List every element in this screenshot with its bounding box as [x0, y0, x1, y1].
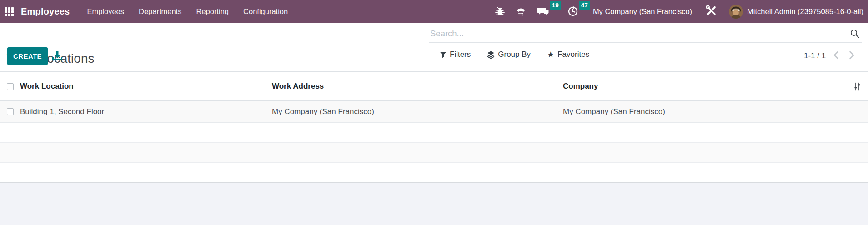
cell-work-address[interactable]: My Company (San Francisco)	[272, 107, 563, 116]
empty-row	[0, 163, 868, 183]
work-locations-list: Work Location Work Address Company Build…	[0, 72, 868, 183]
menu-employees[interactable]: Employees	[80, 0, 131, 23]
empty-row	[0, 143, 868, 163]
search-options: Filters Group By ★ Favorites	[440, 50, 589, 59]
create-button[interactable]: CREATE	[7, 47, 48, 65]
menu-departments[interactable]: Departments	[131, 0, 189, 23]
header-work-address[interactable]: Work Address	[272, 82, 563, 91]
navbar-left: Employees Employees Departments Reportin…	[0, 0, 295, 23]
menu-configuration[interactable]: Configuration	[236, 0, 295, 23]
cell-work-location[interactable]: Building 1, Second Floor	[20, 107, 272, 116]
table-row[interactable]: Building 1, Second Floor My Company (San…	[0, 101, 868, 123]
messages-badge: 19	[550, 1, 561, 10]
messages-icon[interactable]: 19	[532, 6, 555, 17]
systray: 19 47 My Company (San Francisco)	[490, 5, 868, 19]
group-by-button[interactable]: Group By	[487, 50, 531, 59]
empty-row	[0, 123, 868, 143]
top-navbar: Employees Employees Departments Reportin…	[0, 0, 868, 23]
app-name[interactable]: Employees	[21, 6, 70, 17]
user-menu[interactable]: Mitchell Admin (23975085-16-0-all)	[723, 5, 865, 19]
control-panel: Work Locations CREATE Filters	[0, 23, 868, 72]
favorites-star-icon: ★	[547, 50, 554, 59]
activities-badge: 47	[579, 1, 590, 10]
pager-value: 1-1 / 1	[804, 51, 826, 60]
header-work-location[interactable]: Work Location	[20, 82, 272, 91]
select-all-checkbox[interactable]	[7, 83, 14, 90]
chevron-right-icon[interactable]	[846, 50, 858, 62]
download-icon[interactable]	[51, 50, 64, 63]
search-bar	[429, 25, 862, 43]
list-header-row: Work Location Work Address Company	[0, 72, 868, 101]
apps-grid-icon[interactable]	[5, 7, 14, 16]
company-switcher[interactable]: My Company (San Francisco)	[584, 7, 699, 16]
filter-icon	[440, 51, 447, 58]
column-options-icon[interactable]	[853, 82, 868, 91]
page-background	[0, 183, 868, 225]
favorites-label: Favorites	[557, 50, 589, 59]
row-checkbox[interactable]	[7, 108, 14, 115]
avatar	[729, 5, 743, 19]
header-company[interactable]: Company	[563, 82, 843, 91]
filters-button[interactable]: Filters	[440, 50, 471, 59]
user-name: Mitchell Admin (23975085-16-0-all)	[747, 7, 865, 16]
menu-reporting[interactable]: Reporting	[189, 0, 236, 23]
group-by-label: Group By	[498, 50, 531, 59]
search-input[interactable]	[429, 25, 862, 42]
chevron-left-icon[interactable]	[830, 50, 842, 62]
filters-label: Filters	[450, 50, 471, 59]
search-icon[interactable]	[850, 29, 860, 40]
pager: 1-1 / 1	[804, 50, 858, 62]
voip-phone-icon[interactable]	[510, 6, 532, 17]
activities-icon[interactable]: 47	[562, 6, 584, 17]
tools-icon[interactable]	[699, 5, 723, 18]
cell-company[interactable]: My Company (San Francisco)	[563, 107, 843, 116]
bug-icon[interactable]	[490, 6, 510, 16]
favorites-button[interactable]: ★ Favorites	[547, 50, 589, 59]
group-by-icon	[487, 51, 495, 59]
